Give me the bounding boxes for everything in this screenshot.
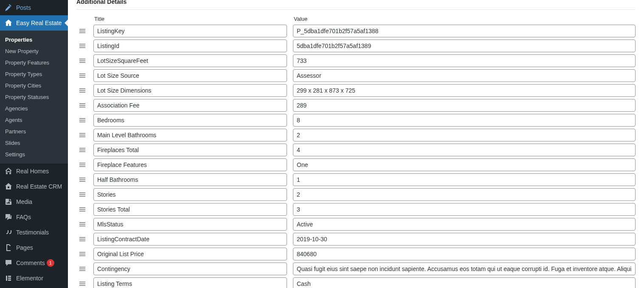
detail-row <box>76 173 636 186</box>
sidebar-item-slides[interactable]: Slides <box>0 137 68 149</box>
sidebar-item-media[interactable]: Media <box>0 194 68 209</box>
drag-handle-icon[interactable] <box>76 235 93 243</box>
sidebar-item-properties[interactable]: Properties <box>0 34 68 45</box>
detail-value-input[interactable] <box>293 99 636 112</box>
drag-handle-icon[interactable] <box>76 101 93 110</box>
sidebar-item-real-homes[interactable]: Real Homes <box>0 164 68 179</box>
detail-title-input[interactable] <box>93 173 287 186</box>
detail-title-input[interactable] <box>93 54 287 67</box>
svg-rect-0 <box>6 276 7 281</box>
detail-value-input[interactable] <box>293 248 636 260</box>
detail-row <box>76 203 636 216</box>
sidebar-item-partners[interactable]: Partners <box>0 126 68 137</box>
detail-title-input[interactable] <box>93 144 287 156</box>
drag-handle-icon[interactable] <box>76 131 93 139</box>
detail-title-input[interactable] <box>93 40 287 52</box>
detail-row <box>76 54 636 67</box>
detail-row <box>76 248 636 260</box>
detail-value-input[interactable] <box>293 218 636 231</box>
sidebar-item-settings[interactable]: Settings <box>0 149 68 160</box>
sidebar-item-label: FAQs <box>16 214 31 220</box>
detail-value-input[interactable] <box>293 188 636 201</box>
header-title-column: Title <box>93 16 293 22</box>
sidebar-item-agencies[interactable]: Agencies <box>0 103 68 114</box>
drag-handle-icon[interactable] <box>76 265 93 273</box>
sidebar-item-real-estate-crm[interactable]: Real Estate CRM <box>0 179 68 194</box>
detail-title-input[interactable] <box>93 263 287 275</box>
sidebar-item-agents[interactable]: Agents <box>0 114 68 126</box>
detail-value-input[interactable] <box>293 84 636 97</box>
detail-value-input[interactable] <box>293 158 636 171</box>
detail-value-input[interactable] <box>293 173 636 186</box>
detail-title-input[interactable] <box>93 84 287 97</box>
sidebar-item-comments[interactable]: Comments 1 <box>0 255 68 271</box>
sidebar-item-faqs[interactable]: FAQs <box>0 209 68 225</box>
detail-row <box>76 40 636 52</box>
detail-value-input[interactable] <box>293 233 636 246</box>
drag-handle-icon[interactable] <box>76 220 93 229</box>
header-value-column: Value <box>293 16 307 22</box>
detail-title-input[interactable] <box>93 69 287 82</box>
drag-handle-icon[interactable] <box>76 146 93 154</box>
detail-title-input[interactable] <box>93 99 287 112</box>
detail-title-input[interactable] <box>93 129 287 141</box>
sidebar-item-label: Easy Real Estate <box>16 20 62 26</box>
drag-handle-icon[interactable] <box>76 161 93 169</box>
drag-handle-icon[interactable] <box>76 27 93 35</box>
detail-title-input[interactable] <box>93 25 287 37</box>
drag-handle-icon[interactable] <box>76 175 93 184</box>
drag-handle-icon[interactable] <box>76 280 93 288</box>
detail-value-input[interactable] <box>293 277 636 288</box>
sidebar-item-property-cities[interactable]: Property Cities <box>0 80 68 91</box>
detail-title-input[interactable] <box>93 218 287 231</box>
drag-handle-icon[interactable] <box>76 205 93 214</box>
sidebar-item-label: Media <box>16 198 32 205</box>
elementor-icon <box>4 274 13 282</box>
detail-row <box>76 158 636 171</box>
sidebar-item-property-statuses[interactable]: Property Statuses <box>0 91 68 103</box>
detail-value-input[interactable] <box>293 25 636 37</box>
sidebar-item-property-features[interactable]: Property Features <box>0 57 68 68</box>
detail-row <box>76 69 636 82</box>
detail-row <box>76 99 636 112</box>
main-content: Additional Details Title Value <box>68 0 644 288</box>
detail-value-input[interactable] <box>293 40 636 52</box>
drag-handle-icon[interactable] <box>76 86 93 95</box>
detail-value-input[interactable] <box>293 114 636 127</box>
sidebar-item-easy-real-estate[interactable]: Easy Real Estate <box>0 15 68 31</box>
detail-row <box>76 144 636 156</box>
detail-title-input[interactable] <box>93 114 287 127</box>
detail-value-input[interactable] <box>293 144 636 156</box>
drag-handle-icon[interactable] <box>76 116 93 124</box>
sidebar-item-elementor[interactable]: Elementor <box>0 271 68 286</box>
detail-row <box>76 25 636 37</box>
drag-handle-icon[interactable] <box>76 42 93 50</box>
sidebar-item-label: Posts <box>16 4 31 11</box>
sidebar-item-label: Real Homes <box>16 168 49 175</box>
detail-title-input[interactable] <box>93 248 287 260</box>
detail-title-input[interactable] <box>93 158 287 171</box>
media-icon <box>4 198 13 206</box>
drag-handle-icon[interactable] <box>76 56 93 65</box>
sidebar-item-property-types[interactable]: Property Types <box>0 68 68 80</box>
detail-value-input[interactable] <box>293 129 636 141</box>
drag-handle-icon[interactable] <box>76 71 93 80</box>
detail-value-input[interactable] <box>293 263 636 275</box>
detail-title-input[interactable] <box>93 188 287 201</box>
detail-value-input[interactable] <box>293 54 636 67</box>
drag-handle-icon[interactable] <box>76 190 93 199</box>
sidebar-item-pages[interactable]: Pages <box>0 240 68 255</box>
detail-title-input[interactable] <box>93 233 287 246</box>
sidebar-item-posts[interactable]: Posts <box>0 0 68 15</box>
detail-value-input[interactable] <box>293 203 636 216</box>
detail-title-input[interactable] <box>93 203 287 216</box>
detail-row <box>76 188 636 201</box>
detail-row <box>76 218 636 231</box>
sidebar-item-new-property[interactable]: New Property <box>0 45 68 57</box>
detail-title-input[interactable] <box>93 277 287 288</box>
detail-value-input[interactable] <box>293 69 636 82</box>
quote-icon <box>4 228 13 237</box>
chat-icon <box>4 213 13 221</box>
drag-handle-icon[interactable] <box>76 250 93 258</box>
sidebar-item-testimonials[interactable]: Testimonials <box>0 225 68 240</box>
